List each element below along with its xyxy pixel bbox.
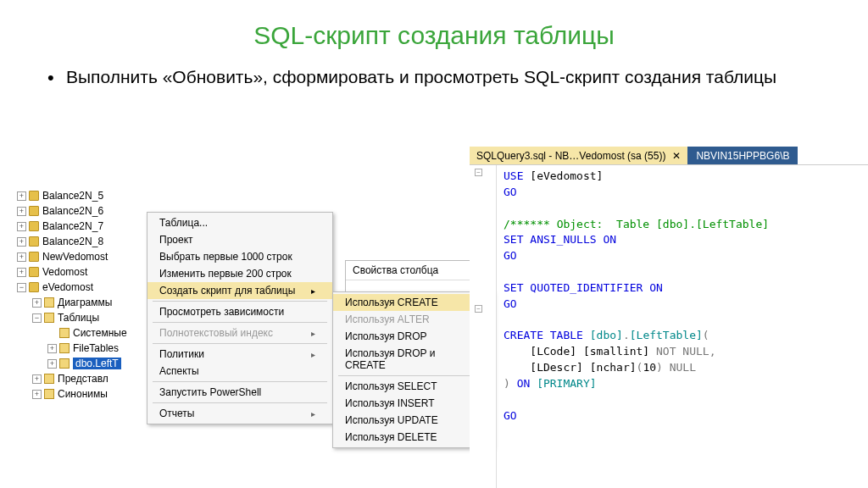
code-fold-gutter[interactable]: − − bbox=[470, 165, 497, 488]
tree-item[interactable]: +Диаграммы bbox=[17, 295, 148, 310]
menu-item-label: Таблица... bbox=[159, 217, 208, 229]
menu-separator bbox=[153, 402, 327, 403]
menu-item[interactable]: Используя DROP и CREATE▸ bbox=[333, 345, 492, 374]
tree-item-label: eVedomost bbox=[42, 281, 93, 293]
menu-item[interactable]: Выбрать первые 1000 строк bbox=[147, 248, 332, 265]
tree-item-label: Системные bbox=[73, 327, 127, 339]
context-menu-table[interactable]: Таблица...ПроектВыбрать первые 1000 стро… bbox=[147, 212, 333, 424]
chevron-right-icon: ▸ bbox=[311, 350, 315, 359]
fold-toggle-icon[interactable]: − bbox=[475, 169, 482, 176]
collapse-icon[interactable]: − bbox=[32, 313, 42, 323]
menu-item-label: Проект bbox=[159, 234, 193, 246]
menu-item[interactable]: Используя CREATE▸ bbox=[333, 294, 492, 311]
tree-item[interactable]: +Balance2N_7 bbox=[17, 219, 148, 234]
menu-item-label: Используя DELETE bbox=[345, 431, 437, 443]
menu-separator bbox=[153, 343, 327, 344]
chevron-right-icon: ▸ bbox=[311, 286, 315, 296]
expand-icon[interactable]: + bbox=[47, 359, 57, 369]
object-explorer-tree[interactable]: +Balance2N_5+Balance2N_6+Balance2N_7+Bal… bbox=[17, 188, 148, 402]
menu-item-label: Просмотреть зависимости bbox=[159, 306, 284, 318]
expand-icon[interactable]: + bbox=[17, 191, 26, 201]
tree-item-label: NewVedomost bbox=[42, 251, 108, 263]
menu-item[interactable]: Изменить первые 200 строк bbox=[147, 265, 332, 282]
menu-item[interactable]: Используя SELECT▸ bbox=[333, 378, 492, 395]
collapse-icon[interactable]: − bbox=[17, 283, 26, 292]
menu-item-label: Используя DROP bbox=[345, 330, 427, 342]
database-icon bbox=[29, 267, 39, 277]
menu-item-label: Используя SELECT bbox=[345, 380, 437, 392]
tree-item-label: Таблицы bbox=[58, 312, 99, 324]
expand-icon[interactable]: + bbox=[17, 252, 26, 262]
menu-item[interactable]: Политики▸ bbox=[147, 346, 332, 363]
expand-icon[interactable]: + bbox=[32, 298, 42, 308]
menu-separator bbox=[153, 322, 327, 323]
tree-item-label: Balance2N_8 bbox=[42, 236, 103, 247]
menu-item[interactable]: Таблица... bbox=[147, 214, 332, 231]
tree-item-label: FileTables bbox=[73, 342, 119, 354]
tree-item[interactable]: +Balance2N_8 bbox=[17, 234, 148, 249]
tree-item[interactable]: +Balance2N_5 bbox=[17, 188, 148, 203]
expand-icon[interactable]: + bbox=[32, 390, 42, 399]
database-icon bbox=[29, 191, 39, 201]
expand-icon[interactable]: + bbox=[32, 374, 42, 384]
editor-tabs[interactable]: SQLQuery3.sql - NB…Vedomost (sa (55)) ✕ … bbox=[470, 147, 868, 165]
database-icon bbox=[29, 221, 39, 231]
tab-server[interactable]: NBVIN15HPPBG6\B bbox=[687, 147, 798, 165]
menu-item-label: Отчеты bbox=[159, 408, 194, 419]
tree-item-label: Диаграммы bbox=[58, 297, 112, 308]
tree-item[interactable]: −Таблицы bbox=[17, 310, 148, 325]
tree-item[interactable]: +FileTables bbox=[17, 341, 148, 356]
folder-icon bbox=[44, 374, 54, 384]
menu-item-label: Используя ALTER bbox=[345, 313, 430, 325]
tab-active-sqlquery3[interactable]: SQLQuery3.sql - NB…Vedomost (sa (55)) ✕ bbox=[470, 147, 687, 165]
database-icon bbox=[29, 252, 39, 262]
menu-item-label: Полнотекстовый индекс bbox=[159, 327, 273, 339]
tree-item[interactable]: −eVedomost bbox=[17, 280, 148, 295]
menu-item-label: Используя CREATE bbox=[345, 297, 438, 308]
expand-icon[interactable]: + bbox=[17, 237, 26, 247]
tree-item[interactable]: +Balance2N_6 bbox=[17, 203, 148, 219]
menu-item-label: Изменить первые 200 строк bbox=[159, 268, 292, 280]
tree-item[interactable]: Системные bbox=[17, 325, 148, 341]
menu-item[interactable]: Отчеты▸ bbox=[147, 405, 332, 422]
tree-item[interactable]: +Vedomost bbox=[17, 264, 148, 280]
menu-separator bbox=[153, 381, 327, 382]
folder-icon bbox=[44, 297, 54, 308]
menu-item-label: Создать скрипт для таблицы bbox=[159, 285, 295, 297]
tree-item[interactable]: +Синонимы bbox=[17, 386, 148, 402]
menu-item[interactable]: Используя INSERT▸ bbox=[333, 395, 492, 412]
menu-item[interactable]: Используя DELETE▸ bbox=[333, 429, 492, 446]
menu-item[interactable]: Проект bbox=[147, 231, 332, 248]
menu-item-label: Политики bbox=[159, 348, 204, 360]
menu-item[interactable]: Создать скрипт для таблицы▸ bbox=[147, 282, 332, 299]
menu-item: Полнотекстовый индекс▸ bbox=[147, 324, 332, 341]
expand-icon[interactable]: + bbox=[17, 222, 26, 231]
expand-icon[interactable]: + bbox=[47, 344, 57, 353]
tree-item-label: Balance2N_6 bbox=[42, 205, 103, 217]
expand-icon[interactable]: + bbox=[17, 268, 26, 277]
column-properties-title: Свойства столбца bbox=[346, 261, 480, 280]
close-icon[interactable]: ✕ bbox=[672, 150, 681, 162]
menu-item[interactable]: Запустить PowerShell bbox=[147, 384, 332, 401]
tree-item[interactable]: +dbo.LeftT bbox=[17, 356, 148, 371]
fold-toggle-icon[interactable]: − bbox=[475, 305, 482, 313]
tree-item[interactable]: +NewVedomost bbox=[17, 249, 148, 264]
expand-icon[interactable]: + bbox=[17, 207, 26, 216]
tree-item[interactable]: +Представл bbox=[17, 371, 148, 386]
menu-item[interactable]: Аспекты bbox=[147, 363, 332, 380]
instruction-bullet: Выполнить «Обновить», сформировать и про… bbox=[66, 65, 817, 89]
database-icon bbox=[29, 236, 39, 247]
sql-code-editor[interactable]: USE [eVedomost] GO /****** Object: Table… bbox=[497, 165, 776, 488]
folder-icon bbox=[44, 389, 54, 399]
menu-item[interactable]: Просмотреть зависимости bbox=[147, 303, 332, 320]
tree-item-label: Vedomost bbox=[42, 266, 87, 278]
page-title: SQL-скрипт создания таблицы bbox=[0, 21, 868, 50]
tree-item-label: Balance2N_7 bbox=[42, 220, 103, 232]
code-panel: − − USE [eVedomost] GO /****** Object: T… bbox=[470, 164, 868, 488]
menu-separator bbox=[338, 375, 487, 376]
folder-icon bbox=[44, 313, 54, 323]
menu-item-label: Используя UPDATE bbox=[345, 414, 438, 426]
menu-item[interactable]: Используя UPDATE▸ bbox=[333, 412, 492, 429]
menu-item[interactable]: Используя DROP▸ bbox=[333, 328, 492, 345]
tree-item-label: dbo.LeftT bbox=[73, 358, 121, 369]
